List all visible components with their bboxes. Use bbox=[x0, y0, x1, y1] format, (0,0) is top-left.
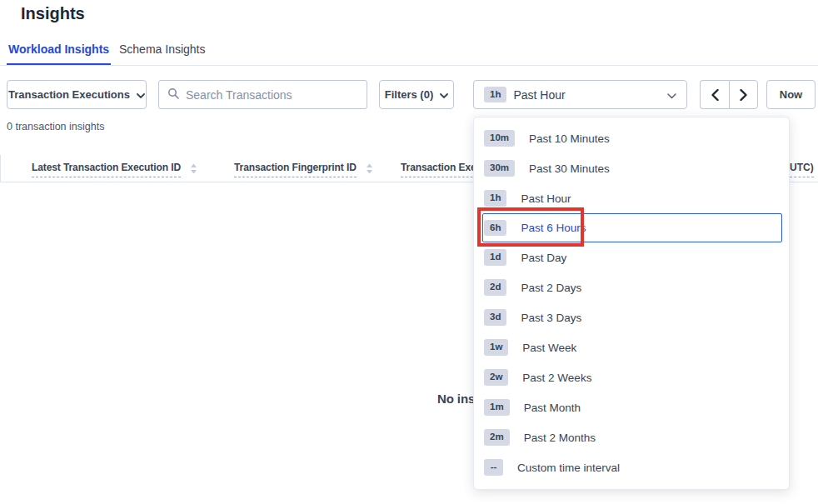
time-option-badge: 1m bbox=[484, 399, 510, 416]
search-input[interactable] bbox=[186, 88, 358, 102]
time-interval-pager bbox=[700, 80, 758, 109]
tab-bar: Workload Insights Schema Insights bbox=[0, 37, 818, 66]
time-option-badge: 10m bbox=[484, 130, 515, 147]
sort-icon[interactable] bbox=[190, 162, 197, 177]
time-option-badge: 1d bbox=[484, 249, 506, 266]
time-interval-badge: 1h bbox=[484, 87, 506, 103]
time-option-past-2-months[interactable]: 2m Past 2 Months bbox=[474, 422, 789, 452]
time-option-past-month[interactable]: 1m Past Month bbox=[474, 392, 789, 422]
time-option-past-30-minutes[interactable]: 30m Past 30 Minutes bbox=[474, 153, 789, 183]
time-option-past-day[interactable]: 1d Past Day bbox=[474, 242, 789, 272]
next-interval-button[interactable] bbox=[729, 80, 758, 109]
time-option-badge: 1h bbox=[484, 190, 506, 207]
column-header-utc-fragment: UTC) bbox=[790, 162, 814, 177]
sort-icon[interactable] bbox=[366, 162, 373, 177]
search-icon bbox=[167, 87, 179, 102]
time-option-badge: 3d bbox=[484, 309, 506, 326]
time-interval-select[interactable]: 1h Past Hour bbox=[473, 80, 687, 109]
time-option-badge: 2m bbox=[484, 429, 510, 446]
prev-interval-button[interactable] bbox=[700, 80, 729, 109]
time-option-past-6-hours[interactable]: 6h Past 6 Hours bbox=[482, 213, 782, 242]
time-interval-label: Past Hour bbox=[513, 88, 565, 102]
time-option-past-week[interactable]: 1w Past Week bbox=[474, 332, 789, 362]
chevron-down-icon bbox=[137, 88, 145, 101]
time-option-badge: 30m bbox=[484, 160, 515, 177]
filters-button-label: Filters (0) bbox=[385, 88, 434, 101]
tab-workload-insights[interactable]: Workload Insights bbox=[7, 37, 111, 65]
time-option-badge: -- bbox=[484, 459, 503, 476]
chevron-down-icon bbox=[440, 88, 448, 101]
time-option-past-2-weeks[interactable]: 2w Past 2 Weeks bbox=[474, 362, 789, 392]
time-option-badge: 1w bbox=[484, 339, 508, 356]
time-option-badge: 2w bbox=[484, 369, 508, 386]
page-title: Insights bbox=[21, 4, 85, 23]
time-option-past-2-days[interactable]: 2d Past 2 Days bbox=[474, 272, 789, 302]
insights-count: 0 transaction insights bbox=[7, 121, 104, 132]
time-option-badge: 2d bbox=[484, 279, 506, 296]
time-option-past-3-days[interactable]: 3d Past 3 Days bbox=[474, 302, 789, 332]
tab-schema-insights[interactable]: Schema Insights bbox=[119, 37, 206, 65]
filters-button[interactable]: Filters (0) bbox=[379, 80, 454, 109]
time-option-badge: 6h bbox=[484, 220, 506, 237]
time-option-past-10-minutes[interactable]: 10m Past 10 Minutes bbox=[474, 123, 789, 153]
time-option-custom-time-interval[interactable]: -- Custom time interval bbox=[474, 452, 789, 482]
now-button[interactable]: Now bbox=[766, 80, 816, 109]
transaction-type-select-label: Transaction Executions bbox=[8, 88, 130, 101]
insights-page: Insights Workload Insights Schema Insigh… bbox=[0, 0, 818, 504]
search-box bbox=[158, 80, 367, 109]
time-interval-dropdown: 10m Past 10 Minutes 30m Past 30 Minutes … bbox=[473, 117, 790, 490]
chevron-down-icon bbox=[667, 88, 676, 102]
column-header-transaction-fingerprint-id[interactable]: Transaction Fingerprint ID bbox=[234, 162, 373, 177]
column-header-latest-transaction-execution-id[interactable]: Latest Transaction Execution ID bbox=[32, 162, 197, 177]
time-option-past-hour[interactable]: 1h Past Hour bbox=[474, 183, 789, 213]
transaction-type-select[interactable]: Transaction Executions bbox=[7, 80, 147, 109]
